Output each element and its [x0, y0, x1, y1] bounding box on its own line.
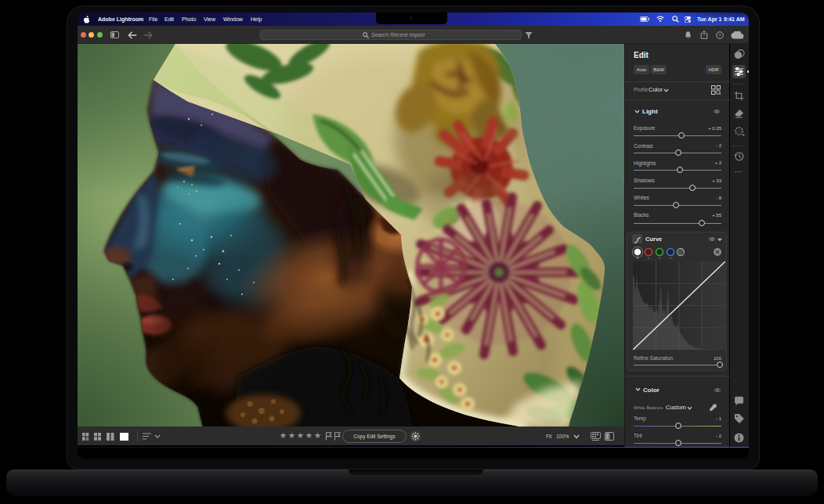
svg-text:?: ? — [718, 33, 721, 38]
